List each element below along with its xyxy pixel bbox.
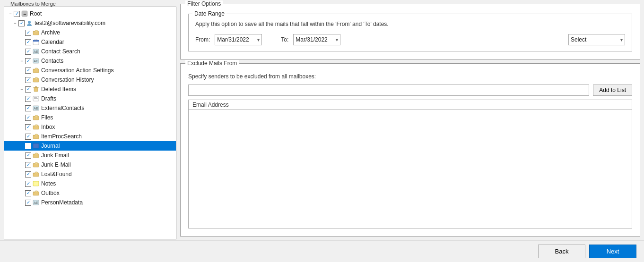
tree-item-label-personmeta: PersonMetadata [41, 198, 83, 207]
tree-item-journal[interactable]: ✓ Journal [4, 141, 176, 151]
filter-options-title: Filter Options [185, 0, 223, 7]
tree-item-drafts[interactable]: ✓ Drafts [4, 94, 176, 103]
tree-item-personmeta[interactable]: ✓ AE PersonMetadata [4, 198, 176, 207]
checkbox-junkemail2[interactable]: ✓ [25, 162, 31, 168]
tree-item-contacts[interactable]: − ✓ AE Contacts [4, 56, 176, 66]
tree-item-convhistory[interactable]: ✓ Conversation History [4, 75, 176, 85]
checkbox-calendar[interactable]: ✓ [25, 39, 31, 45]
account-icon [26, 20, 33, 26]
checkbox-convaction[interactable]: ✓ [25, 68, 31, 74]
tree-item-inbox[interactable]: ✓ Inbox [4, 122, 176, 132]
tree-item-root[interactable]: − ✓ ☁ Root [4, 9, 176, 18]
svg-rect-29 [33, 181, 39, 186]
checkbox-drafts[interactable]: ✓ [25, 96, 31, 102]
expander-archive[interactable] [18, 29, 25, 36]
expander-notes[interactable] [18, 180, 25, 187]
expander-account[interactable]: − [12, 20, 18, 26]
tree-item-label-outbox: Outbox [41, 189, 60, 197]
checkbox-personmeta[interactable]: ✓ [25, 200, 31, 206]
expander-calendar[interactable] [18, 39, 25, 45]
checkbox-lostandfound[interactable]: ✓ [25, 171, 31, 177]
tree-item-calendar[interactable]: ✓ Calendar [4, 37, 176, 47]
convhistory-icon [32, 76, 40, 83]
email-list-header: Email Address [189, 100, 632, 110]
left-panel: Mailboxes to Merge − ✓ ☁ Root − ✓ [4, 4, 176, 237]
tree-item-files[interactable]: ✓ Files [4, 113, 176, 122]
drafts-icon [32, 95, 40, 102]
expander-junkemail[interactable] [18, 152, 25, 159]
checkbox-notes[interactable]: ✓ [25, 181, 31, 187]
expander-outbox[interactable] [18, 190, 25, 196]
to-date-select[interactable]: Mar/31/2022 [293, 34, 340, 45]
journal-icon [32, 143, 40, 149]
select-dropdown[interactable]: Select [568, 34, 625, 45]
tree-item-outbox[interactable]: ✓ Outbox [4, 188, 176, 198]
expander-itemprocsearch[interactable] [18, 133, 25, 140]
expander-convhistory[interactable] [18, 76, 25, 83]
checkbox-contactsearch[interactable]: ✓ [25, 49, 31, 55]
checkbox-contacts[interactable]: ✓ [25, 58, 31, 64]
checkbox-convhistory[interactable]: ✓ [25, 77, 31, 83]
tree-item-lostandfound[interactable]: ✓ Lost&Found [4, 169, 176, 179]
expander-deleteditems[interactable]: − [18, 86, 25, 93]
tree-item-label-junkemail: Junk Email [41, 151, 69, 160]
tree-item-label-contacts: Contacts [41, 57, 63, 65]
expander-contactsearch[interactable] [18, 48, 25, 55]
expander-journal[interactable] [18, 143, 25, 149]
select-label: Select [571, 36, 586, 43]
itemprocsearch-icon [32, 133, 40, 140]
externalcontacts-icon: AE [32, 105, 40, 111]
contactsearch-icon: AE [32, 48, 40, 55]
expander-convaction[interactable] [18, 67, 25, 74]
checkbox-inbox[interactable]: ✓ [25, 124, 31, 130]
svg-text:AE: AE [34, 59, 38, 63]
tree-item-label-account: test2@softwarevisibility.com [35, 19, 105, 27]
tree-item-itemprocsearch[interactable]: ✓ ItemProcSearch [4, 132, 176, 141]
checkbox-itemprocsearch[interactable]: ✓ [25, 134, 31, 140]
checkbox-externalcontacts[interactable]: ✓ [25, 105, 31, 111]
tree-container[interactable]: − ✓ ☁ Root − ✓ test2@softwarevisibility.… [4, 7, 176, 239]
exclude-email-input[interactable] [188, 85, 589, 96]
tree-item-junkemail2[interactable]: ✓ Junk E-Mail [4, 160, 176, 169]
expander-inbox[interactable] [18, 124, 25, 130]
checkbox-archive[interactable]: ✓ [25, 30, 31, 36]
archive-icon [32, 29, 40, 36]
tree-item-archive[interactable]: ✓ Archive [4, 28, 176, 37]
tree-item-notes[interactable]: ✓ Notes [4, 179, 176, 188]
back-button[interactable]: Back [538, 245, 585, 258]
expander-files[interactable] [18, 114, 25, 121]
tree-item-label-externalcontacts: ExternalContacts [41, 104, 84, 112]
filter-options-box: Filter Options Date Range Apply this opt… [180, 4, 640, 59]
expander-externalcontacts[interactable] [18, 105, 25, 111]
checkbox-outbox[interactable]: ✓ [25, 190, 31, 196]
tree-item-label-contactsearch: Contact Search [41, 47, 80, 56]
checkbox-files[interactable]: ✓ [25, 115, 31, 121]
date-range-title: Date Range [192, 10, 226, 17]
contacts-icon: AE [32, 58, 40, 64]
next-button[interactable]: Next [589, 245, 636, 258]
tree-item-convaction[interactable]: ✓ Conversation Action Settings [4, 66, 176, 75]
mailboxes-title: Mailboxes to Merge [9, 1, 58, 7]
expander-drafts[interactable] [18, 95, 25, 102]
checkbox-journal[interactable]: ✓ [25, 143, 31, 149]
from-label: From: [195, 36, 210, 43]
expander-personmeta[interactable] [18, 199, 25, 206]
expander-root[interactable]: − [7, 10, 14, 17]
checkbox-account[interactable]: ✓ [18, 20, 25, 26]
tree-item-contactsearch[interactable]: ✓ AE Contact Search [4, 47, 176, 56]
expander-junkemail2[interactable] [18, 161, 25, 168]
checkbox-root[interactable]: ✓ [14, 11, 20, 17]
tree-item-account[interactable]: − ✓ test2@softwarevisibility.com [4, 18, 176, 28]
expander-contacts[interactable]: − [18, 58, 25, 64]
tree-item-deleteditems[interactable]: − ✓ Deleted Items [4, 85, 176, 94]
checkbox-deleteditems[interactable]: ✓ [25, 86, 31, 93]
svg-point-2 [28, 21, 31, 24]
add-to-list-button[interactable]: Add to List [593, 85, 632, 96]
checkbox-junkemail[interactable]: ✓ [25, 152, 31, 159]
exclude-box: Exclude Mails From Specify senders to be… [180, 63, 640, 237]
expander-lostandfound[interactable] [18, 171, 25, 177]
root-icon: ☁ [21, 10, 28, 17]
from-date-select[interactable]: Mar/31/2022 [215, 34, 262, 45]
tree-item-externalcontacts[interactable]: ✓ AE ExternalContacts [4, 103, 176, 113]
tree-item-junkemail[interactable]: ✓ Junk Email [4, 151, 176, 160]
